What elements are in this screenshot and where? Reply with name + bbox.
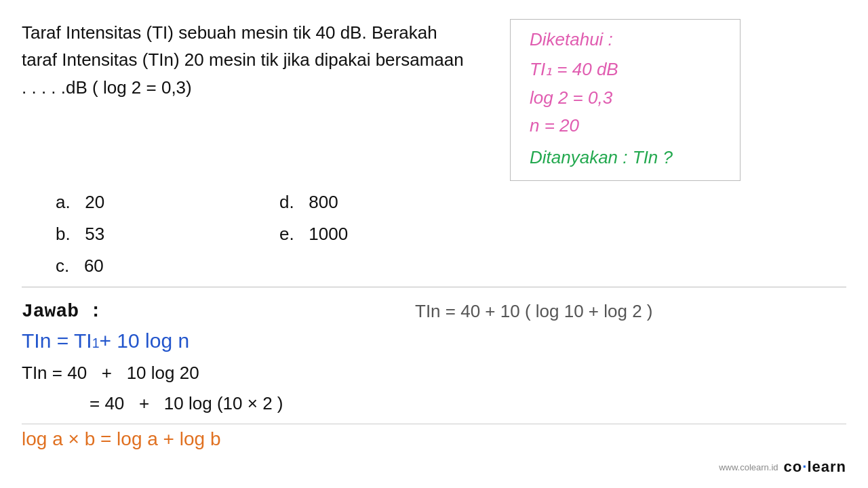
brand-url: www.colearn.id	[719, 462, 778, 472]
choice-c: c. 60	[56, 251, 279, 281]
info-box: Diketahui : TI₁ = 40 dB log 2 = 0,3 n = …	[510, 19, 741, 181]
info-ditanyakan: Ditanyakan : TIn ?	[530, 147, 721, 168]
answer-divider	[22, 424, 846, 424]
section-divider	[22, 287, 846, 287]
formula-orange: log a × b = log a + log b	[22, 428, 846, 450]
choice-a: a. 20	[56, 188, 279, 217]
formula-line-1: TIn = 40 + 10 log 20	[22, 358, 846, 388]
info-title: Diketahui :	[530, 29, 721, 50]
answer-section: Jawab : TIn = 40 + 10 ( log 10 + log 2 )…	[22, 294, 846, 449]
page-container: Taraf Intensitas (TI) sebuah mesin tik 4…	[0, 0, 868, 488]
info-line-3: n = 20	[530, 112, 721, 140]
choices-section: a. 20 d. 800 b. 53 e. 1000 c. 60	[56, 188, 503, 281]
formula-line-blue: TIn = TI1 + 10 log n	[22, 323, 846, 358]
info-line-2: log 2 = 0,3	[530, 84, 721, 113]
brand-logo: co·learn	[784, 458, 846, 476]
question-section: Taraf Intensitas (TI) sebuah mesin tik 4…	[22, 19, 846, 181]
choice-b: b. 53	[56, 220, 279, 249]
choice-e: e. 1000	[279, 220, 503, 249]
choice-d: d. 800	[279, 188, 503, 217]
jawab-label: Jawab :	[22, 301, 102, 322]
question-text: Taraf Intensitas (TI) sebuah mesin tik 4…	[22, 19, 469, 101]
rhs-formula-step1: TIn = 40 + 10 ( log 10 + log 2 )	[415, 301, 653, 322]
formula-line-2: = 40 + 10 log (10 × 2 )	[90, 388, 846, 418]
info-line-1: TI₁ = 40 dB	[530, 56, 721, 84]
brand-area: www.colearn.id co·learn	[719, 458, 846, 476]
